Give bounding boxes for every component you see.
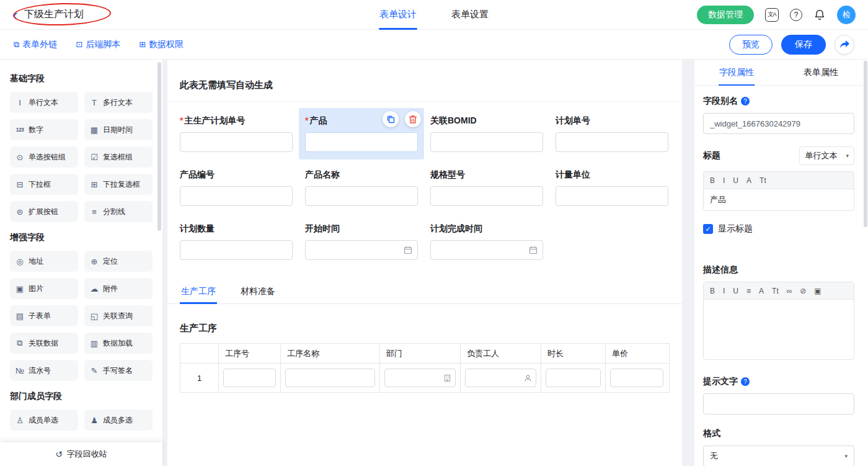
sidebar-field-item[interactable]: ◎地址	[10, 251, 78, 272]
help-icon[interactable]: ?	[790, 9, 802, 21]
sidebar-field-item[interactable]: ⧉关联数据	[10, 333, 78, 354]
data-permission-link[interactable]: ⊞ 数据权限	[139, 39, 184, 50]
align-icon[interactable]: ≡	[746, 287, 751, 295]
form-field[interactable]: 规格型号	[430, 169, 543, 206]
title-editor-content[interactable]: 产品	[704, 189, 854, 210]
field-input[interactable]	[430, 186, 543, 206]
italic-icon[interactable]: I	[723, 176, 725, 185]
alias-help-icon[interactable]: ?	[741, 97, 750, 105]
field-input[interactable]	[180, 132, 293, 152]
field-input[interactable]	[430, 132, 543, 152]
field-recycle-bin[interactable]: ↺ 字段回收站	[0, 442, 162, 466]
worker-cell-input[interactable]	[465, 369, 536, 387]
cell-input[interactable]	[610, 369, 663, 387]
sidebar-field-item[interactable]: ▣图片	[10, 278, 78, 299]
tab-form-settings[interactable]: 表单设置	[451, 0, 489, 30]
trash-icon	[409, 115, 417, 124]
form-field[interactable]: 产品名称	[305, 169, 418, 206]
avatar[interactable]: 检	[837, 6, 856, 24]
tab-form-design[interactable]: 表单设计	[379, 0, 417, 30]
font-color-icon[interactable]: A	[759, 287, 764, 295]
sidebar-field-item[interactable]: ▤子表单	[10, 305, 78, 326]
sidebar-field-item[interactable]: ⊞下拉复选框	[84, 174, 153, 195]
show-title-checkbox[interactable]: ✓	[703, 224, 713, 234]
sidebar-field-item[interactable]: T多行文本	[84, 92, 153, 113]
tab-field-properties[interactable]: 字段属性	[694, 60, 779, 85]
sidebar-field-item[interactable]: ☁附件	[84, 278, 153, 299]
underline-icon[interactable]: U	[733, 176, 738, 185]
form-field[interactable]: 关联BOMID	[430, 115, 543, 152]
copy-field-button[interactable]	[383, 111, 399, 127]
hint-help-icon[interactable]: ?	[741, 377, 750, 386]
form-field[interactable]: 计划完成时间	[430, 223, 543, 260]
insert-image-icon[interactable]: ▣	[814, 287, 821, 295]
form-field[interactable]: 产品编号	[180, 169, 293, 206]
bell-icon[interactable]	[813, 9, 826, 21]
font-size-icon[interactable]: Tt	[760, 176, 766, 185]
sidebar-scrollbar[interactable]	[157, 62, 161, 231]
sidebar-field-item[interactable]: ⊙单选按钮组	[10, 146, 78, 168]
share-button[interactable]	[835, 35, 854, 55]
sidebar-field-item[interactable]: ◱关联查询	[84, 305, 153, 326]
field-input[interactable]	[305, 186, 418, 206]
sidebar-field-item[interactable]: I单行文本	[10, 92, 78, 113]
sidebar-field-item[interactable]: ⊟下拉框	[10, 174, 78, 195]
sidebar-field-item[interactable]: ☑复选框组	[84, 146, 153, 168]
field-input[interactable]	[305, 132, 418, 152]
data-manage-button[interactable]: 数据管理	[697, 6, 754, 24]
tab-material-prep[interactable]: 材料准备	[239, 281, 277, 303]
sidebar-field-item[interactable]: ⊕定位	[84, 251, 153, 272]
hint-text-input[interactable]	[703, 393, 854, 414]
italic-icon[interactable]: I	[723, 287, 725, 295]
underline-icon[interactable]: U	[733, 287, 738, 295]
sidebar-field-item[interactable]: ✎手写签名	[84, 360, 153, 381]
form-external-link[interactable]: ⧉ 表单外链	[14, 39, 57, 50]
field-input[interactable]	[556, 132, 668, 152]
form-field[interactable]: 计量单位	[556, 169, 668, 206]
cell-input[interactable]	[285, 369, 375, 387]
bold-icon[interactable]: B	[710, 176, 715, 185]
sidebar-field-item[interactable]: ♙成员单选	[10, 410, 78, 431]
format-select[interactable]: 无 ▾	[703, 446, 854, 466]
sidebar-field-item[interactable]: 123数字	[10, 119, 78, 140]
page-scrollbar-thumb[interactable]	[864, 61, 867, 227]
form-field[interactable]: 计划单号	[556, 115, 668, 152]
cell-input[interactable]	[546, 369, 601, 387]
bold-icon[interactable]: B	[710, 287, 715, 295]
date-field-input[interactable]	[305, 240, 418, 260]
sidebar-field-item[interactable]: ▦日期时间	[84, 119, 153, 140]
cell-input[interactable]	[223, 369, 276, 387]
form-field-selected[interactable]: *产品	[299, 108, 424, 159]
subform-table[interactable]: 工序号 工序名称 部门 负责工人 时长 单价 1	[180, 343, 670, 393]
form-field[interactable]: 开始时间	[305, 223, 418, 260]
sidebar-field-item[interactable]: ⊜扩展按钮	[10, 201, 78, 222]
form-field[interactable]: *主生产计划单号	[180, 115, 293, 152]
translate-icon[interactable]: 文A	[765, 8, 779, 22]
insert-link-icon[interactable]: ∞	[787, 287, 792, 295]
tab-form-properties[interactable]: 表单属性	[779, 60, 863, 85]
back-chevron-icon[interactable]: ‹	[12, 7, 18, 23]
field-type-select[interactable]: 单行文本 ▾	[799, 146, 854, 165]
field-input[interactable]	[180, 186, 293, 206]
sidebar-field-item[interactable]: №流水号	[10, 360, 78, 381]
delete-field-button[interactable]	[405, 111, 421, 127]
tab-production-process[interactable]: 生产工序	[180, 281, 217, 303]
format-value: 无	[710, 450, 718, 462]
save-button[interactable]: 保存	[781, 35, 826, 55]
field-alias-input[interactable]	[703, 113, 854, 134]
sidebar-field-item[interactable]: ▥数据加载	[84, 333, 153, 354]
font-color-icon[interactable]: A	[746, 176, 751, 185]
date-field-input[interactable]	[430, 240, 543, 260]
description-editor-content[interactable]	[704, 300, 854, 359]
department-cell-input[interactable]	[384, 369, 456, 387]
backend-script-link[interactable]: ⊡ 后端脚本	[76, 39, 120, 50]
auto-generate-note: 此表无需填写自动生成	[180, 60, 670, 91]
preview-button[interactable]: 预览	[729, 35, 773, 55]
sidebar-field-item[interactable]: ♟成员多选	[84, 410, 153, 431]
font-size-icon[interactable]: Tt	[772, 287, 779, 295]
form-field[interactable]: 计划数量	[180, 223, 293, 260]
sidebar-field-item[interactable]: ≡分割线	[84, 201, 153, 222]
field-input[interactable]	[556, 186, 668, 206]
remove-link-icon[interactable]: ⊘	[800, 287, 806, 295]
field-input[interactable]	[180, 240, 293, 260]
